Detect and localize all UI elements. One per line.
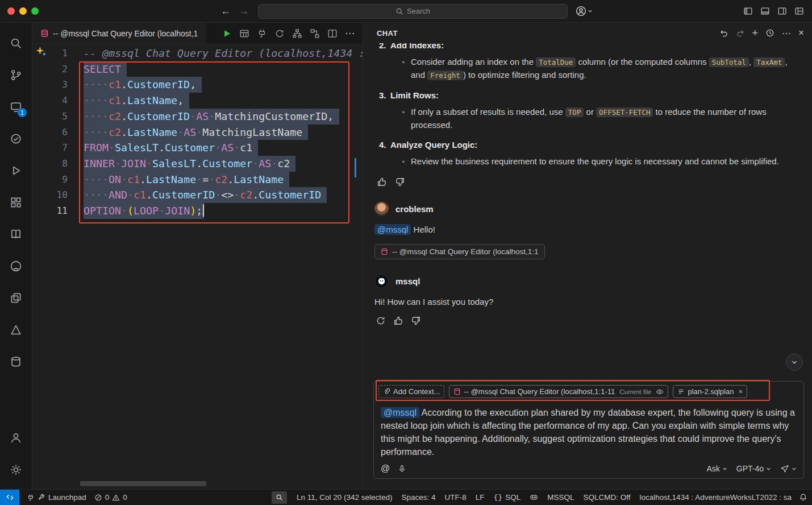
code-line[interactable]: 4····c1.LastName, [32, 93, 363, 109]
launchpad-item[interactable]: Launchpad [23, 493, 90, 502]
code-editor[interactable]: 1-- @mssql Chat Query Editor (localhost,… [32, 44, 363, 489]
copilot-sparkle-icon[interactable] [35, 46, 47, 58]
line-number[interactable]: 9 [32, 172, 68, 188]
thumbs-up-icon[interactable] [377, 177, 387, 187]
zoom-indicator[interactable] [272, 491, 287, 504]
remove-chip-icon[interactable]: × [738, 387, 743, 396]
editor-tab[interactable]: -- @mssql Chat Query Editor (localhost,1 [32, 23, 206, 44]
toggle-primary-sidebar-icon[interactable] [743, 6, 753, 16]
settings-button[interactable] [3, 457, 28, 482]
toggle-secondary-sidebar-icon[interactable] [777, 6, 787, 16]
connection-status-item[interactable]: localhost,1434 : AdventureWorksLT2022 : … [636, 493, 796, 502]
thumbs-up-icon[interactable] [393, 316, 403, 326]
chat-history-icon[interactable] [765, 28, 774, 38]
thumbs-down-icon[interactable] [395, 177, 405, 187]
run-query-button[interactable] [222, 28, 232, 39]
line-number[interactable]: 5 [32, 109, 68, 125]
indentation-item[interactable]: Spaces: 4 [398, 493, 440, 502]
navigate-back-icon[interactable]: ← [220, 5, 231, 17]
code-line[interactable]: 11OPTION·(LOOP·JOIN); [32, 203, 363, 219]
code-line[interactable]: 5····c2.CustomerID·AS·MatchingCustomerID… [32, 109, 363, 125]
results-grid-icon[interactable] [239, 28, 249, 39]
code-line[interactable]: 8INNER·JOIN·SalesLT.Customer·AS·c2 [32, 156, 363, 172]
plan-file-chip[interactable]: plan-2.sqlplan × [673, 385, 747, 398]
new-chat-icon[interactable]: + [752, 29, 759, 37]
toggle-panel-icon[interactable] [760, 6, 770, 16]
code-line[interactable]: 10····AND·c1.CustomerID·<>·c2.CustomerID [32, 187, 363, 203]
cursor-position-item[interactable]: Ln 11, Col 20 (342 selected) [293, 493, 397, 502]
sidebar-item-search[interactable] [3, 31, 28, 56]
eye-icon[interactable] [656, 388, 664, 396]
chat-input-text[interactable]: @mssql According to the execution plan s… [374, 401, 803, 458]
line-number[interactable]: 4 [32, 93, 68, 109]
line-number[interactable]: 2 [32, 61, 68, 77]
split-editor-icon[interactable] [327, 28, 338, 39]
editor-horizontal-scrollbar[interactable] [80, 481, 206, 486]
encoding-item[interactable]: UTF-8 [441, 493, 470, 502]
maximize-window-button[interactable] [31, 7, 39, 15]
sidebar-item-database-projects[interactable] [3, 349, 28, 374]
line-number[interactable]: 10 [32, 187, 68, 203]
navigate-forward-icon[interactable]: → [239, 5, 249, 17]
schema-designer-icon[interactable] [310, 28, 320, 39]
line-number[interactable]: 3 [32, 77, 68, 93]
code-line[interactable]: 1-- @mssql Chat Query Editor (localhost,… [32, 45, 363, 61]
mssql-status-item[interactable]: MSSQL [543, 493, 578, 502]
editor-vertical-scrollbar[interactable] [355, 44, 363, 489]
copilot-status-item[interactable] [526, 493, 542, 502]
account-menu[interactable] [576, 6, 593, 16]
sidebar-item-azure[interactable] [3, 317, 28, 342]
sidebar-item-testing[interactable] [3, 126, 28, 151]
redo-request-icon[interactable] [736, 28, 745, 38]
chat-input-box[interactable]: Add Context... -- @mssql Chat Query Edit… [373, 381, 804, 479]
more-actions-icon[interactable]: ⋯ [345, 27, 355, 39]
editor-context-chip[interactable]: -- @mssql Chat Query Editor (localhost,1… [449, 385, 668, 398]
model-picker-dropdown[interactable]: GPT-4o [736, 464, 771, 473]
problems-item[interactable]: 0 0 [90, 493, 131, 502]
language-mode-item[interactable]: {}SQL [490, 493, 525, 502]
sidebar-item-notebooks[interactable] [3, 222, 28, 247]
customize-layout-icon[interactable] [794, 6, 804, 16]
command-center-search[interactable]: Search [258, 4, 568, 19]
code-line[interactable]: 2SELECT [32, 61, 363, 77]
minimize-window-button[interactable] [19, 7, 27, 15]
connection-icon[interactable] [257, 28, 267, 39]
code-token: ···· [84, 94, 109, 106]
eol-item[interactable]: LF [472, 493, 489, 502]
mention-chip[interactable]: @mssql [374, 224, 411, 235]
sidebar-item-containers[interactable] [3, 285, 28, 311]
estimated-plan-icon[interactable] [274, 28, 285, 39]
code-line[interactable]: 7FROM·SalesLT.Customer·AS·c1 [32, 140, 363, 156]
sidebar-item-source-control[interactable] [3, 63, 28, 88]
sidebar-item-extensions[interactable] [3, 190, 28, 215]
undo-request-icon[interactable] [719, 28, 728, 38]
code-token: · [177, 126, 184, 138]
sqlcmd-status-item[interactable]: SQLCMD: Off [580, 493, 635, 502]
line-number[interactable]: 7 [32, 140, 68, 156]
remote-indicator[interactable] [0, 490, 19, 505]
code-line[interactable]: 6····c2.LastName·AS·MatchingLastName [32, 125, 363, 140]
line-number[interactable]: 11 [32, 203, 68, 219]
close-window-button[interactable] [7, 7, 15, 15]
sidebar-item-remote-explorer[interactable]: 1 [3, 94, 28, 119]
schema-visualize-icon[interactable] [292, 28, 302, 39]
microphone-icon[interactable] [398, 465, 406, 473]
send-button[interactable] [780, 464, 797, 473]
code-line[interactable]: 9····ON·c1.LastName·=·c2.LastName [32, 172, 363, 188]
message-attachment-chip[interactable]: -- @mssql Chat Query Editor (localhost,1… [374, 244, 545, 259]
mention-button[interactable]: @ [381, 463, 390, 474]
retry-icon[interactable] [376, 316, 386, 326]
line-number[interactable]: 8 [32, 156, 68, 172]
code-line[interactable]: 3····c1.CustomerID, [32, 77, 363, 93]
thumbs-down-icon[interactable] [411, 316, 421, 326]
sidebar-item-run-debug[interactable] [3, 158, 28, 183]
chat-mode-dropdown[interactable]: Ask [706, 464, 727, 473]
line-number[interactable]: 6 [32, 125, 68, 140]
accounts-button[interactable] [3, 425, 28, 450]
scroll-to-bottom-button[interactable] [786, 354, 803, 371]
chat-close-icon[interactable]: × [798, 27, 804, 39]
sidebar-item-github[interactable] [3, 254, 28, 279]
bell-icon[interactable] [799, 493, 807, 502]
chat-more-icon[interactable]: ⋯ [782, 28, 791, 39]
add-context-button[interactable]: Add Context... [378, 385, 444, 398]
